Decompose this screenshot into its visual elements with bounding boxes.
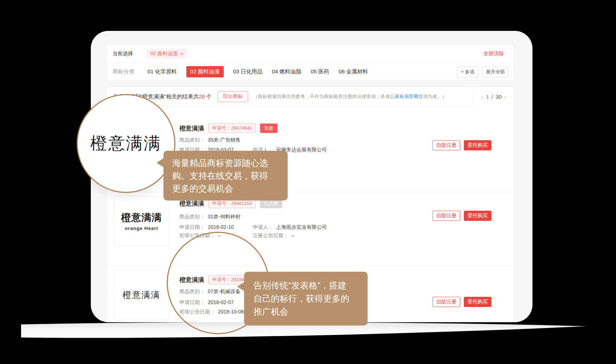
close-icon[interactable]: ×	[180, 51, 183, 57]
entrust-buy-button[interactable]: 委托购买	[464, 211, 491, 221]
results-summary-suffix: 个	[205, 93, 212, 100]
apply-date-label: 申请日期：	[179, 224, 205, 230]
trademark-logo-subtext: orange Heart	[125, 226, 158, 231]
entrust-buy-button[interactable]: 委托购买	[464, 297, 491, 307]
category-line-label: 商品类别：	[179, 214, 205, 219]
reg-publication-value: –	[291, 232, 294, 238]
pagination: ‹ 1 / 30 ›	[473, 87, 514, 107]
applicant-value: 上海雨步实业有限公司	[276, 224, 327, 230]
row-actions: 自助注册 委托购买	[433, 140, 491, 150]
trademark-image: 橙意满满 orange Heart	[114, 196, 169, 246]
magnified-trademark-text: 橙意满满	[90, 132, 162, 155]
status-badge: 无效	[260, 124, 277, 133]
expand-all-button[interactable]: 展开全部	[482, 66, 509, 77]
category-row: 商标分类 01 化学原料 02 颜料油漆 03 日化用品 04 燃料油脂 05 …	[107, 63, 514, 80]
category-line: 商品类别：35类-广告销售	[179, 137, 412, 143]
category-item-04[interactable]: 04 燃料油脂	[272, 68, 301, 75]
application-number-value: 29474941	[231, 125, 252, 131]
row-actions: 自助注册 委托购买	[433, 211, 491, 221]
magnifier-circle-zoomed-trademark: 橙意满满	[77, 94, 175, 193]
clear-all-button[interactable]: 全部清除	[483, 50, 504, 57]
results-count: 28	[199, 93, 205, 100]
tooltip-line: 推广机会	[254, 305, 358, 318]
current-selection-label: 当前选择	[113, 50, 133, 57]
current-selection-row: 当前选择 02 颜料油漆 × 全部清除	[107, 45, 514, 63]
trademark-logo-text: 橙意满满	[121, 211, 162, 224]
current-page: 1	[486, 94, 489, 100]
application-number-value: 29482153	[231, 201, 252, 206]
self-register-button[interactable]: 自助注册	[433, 140, 460, 150]
trademark-title-line: 橙意满满 申请号：29474941 无效	[179, 124, 277, 133]
tooltip-arrow-icon	[157, 158, 164, 167]
entrust-buy-button[interactable]: 委托购买	[464, 140, 491, 150]
category-item-01[interactable]: 01 化学原料	[147, 68, 177, 75]
callout-tooltip-promotion: 告别传统“发表格”，搭建 自己的标行，获得更多的 推广机会	[244, 272, 368, 325]
filter-panel: 当前选择 02 颜料油漆 × 全部清除 商标分类 01 化学原料 02 颜料油漆…	[106, 44, 514, 81]
trademark-office-link[interactable]: 商标局官网	[395, 94, 418, 99]
export-trademarks-button[interactable]: 导出商标	[218, 91, 248, 102]
disclaimer-post: 查询为准。）	[418, 94, 447, 99]
page-separator: /	[491, 94, 493, 100]
apply-date-value: 2018-02-10	[208, 224, 234, 230]
tooltip-line: 自己的标行，获得更多的	[254, 292, 358, 305]
category-line-value: 31类-饲料种籽	[208, 214, 240, 219]
application-number-label: 申请号：	[212, 201, 231, 206]
reg-publication-pair: 注册公告日期：–	[253, 232, 294, 239]
prev-page-icon[interactable]: ‹	[481, 93, 483, 101]
category-item-02-selected[interactable]: 02 颜料油漆	[186, 66, 224, 77]
category-line-value: 35类-广告销售	[208, 137, 240, 143]
category-line: 商品类别：31类-饲料种籽	[179, 214, 412, 220]
date-line: 申请日期：2018-02-10 申请人：上海雨步实业有限公司	[179, 224, 412, 231]
tooltip-line: 告别传统“发表格”，搭建	[254, 279, 358, 292]
category-item-05[interactable]: 05 医药	[311, 68, 329, 75]
selected-filter-tag[interactable]: 02 颜料油漆 ×	[147, 49, 187, 59]
reg-publication-label: 注册公告日期：	[253, 232, 288, 238]
trademark-name: 橙意满满	[179, 124, 204, 133]
application-number-label: 申请号：	[212, 125, 231, 131]
applicant-label: 申请人：	[253, 224, 273, 230]
result-row-2: 橙意满满 orange Heart 橙意满满 申请号：29482153 已注册 …	[107, 192, 514, 266]
category-actions: + 多选 展开全部	[457, 66, 509, 77]
row-actions: 自助注册 委托购买	[433, 297, 491, 307]
page-canvas: 当前选择 02 颜料油漆 × 全部清除 商标分类 01 化学原料 02 颜料油漆…	[0, 0, 616, 364]
selected-filter-tag-label: 02 颜料油漆	[150, 50, 178, 57]
category-item-03[interactable]: 03 日化用品	[233, 68, 263, 75]
category-label: 商标分类	[113, 68, 134, 75]
callout-tooltip-marketplace: 海量精品商标资源随心选 购。支持在线交易，获得 更多的交易机会	[163, 151, 288, 201]
self-register-button[interactable]: 自助注册	[433, 211, 460, 221]
tooltip-arrow-icon	[237, 282, 244, 291]
trademark-image: 橙意满满	[114, 270, 169, 320]
disclaimer-pre: （商标检索结果仅供参考，不作为商标能否注册的法律依据；具体以	[253, 94, 395, 99]
tooltip-line: 海量精品商标资源随心选	[172, 157, 279, 169]
results-header: 为您检索到“橙意满满”相关的结果共28 个 导出商标 （商标检索结果仅供参考，不…	[107, 87, 514, 107]
next-page-icon[interactable]: ›	[504, 93, 507, 101]
category-item-06[interactable]: 06 金属材料	[339, 68, 368, 75]
trademark-logo-text: 橙意满满	[123, 289, 161, 301]
multi-select-button[interactable]: + 多选	[457, 66, 478, 77]
self-register-button[interactable]: 自助注册	[433, 297, 460, 307]
total-pages: 30	[495, 94, 502, 100]
application-number-badge: 申请号：29474941	[208, 124, 256, 133]
applicant-pair: 申请人：上海雨步实业有限公司	[253, 224, 327, 231]
tooltip-line: 购。支持在线交易，获得	[172, 169, 279, 182]
results-disclaimer: （商标检索结果仅供参考，不作为商标能否注册的法律依据；具体以商标局官网查询为准。…	[253, 93, 447, 100]
category-line-label: 商品类别：	[179, 137, 205, 143]
tooltip-line: 更多的交易机会	[172, 182, 279, 195]
